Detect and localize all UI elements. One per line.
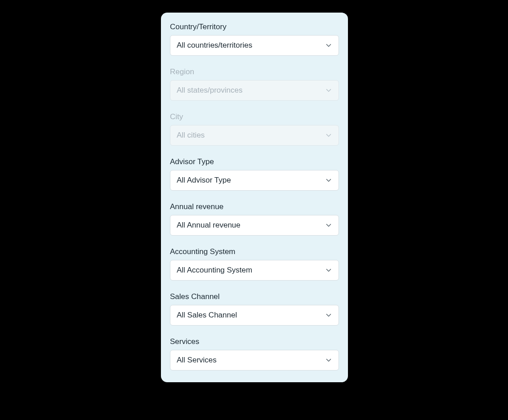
services-select[interactable]: All Services	[170, 350, 339, 371]
advisor-type-select-wrapper: All Advisor Type	[170, 170, 339, 191]
sales-channel-label: Sales Channel	[170, 292, 339, 301]
city-label: City	[170, 112, 339, 121]
filter-panel: Country/Territory All countries/territor…	[161, 13, 348, 382]
field-city: City All cities	[170, 112, 339, 146]
accounting-system-select[interactable]: All Accounting System	[170, 260, 339, 281]
annual-revenue-select[interactable]: All Annual revenue	[170, 215, 339, 236]
region-label: Region	[170, 67, 339, 76]
region-select: All states/provinces	[170, 80, 339, 101]
field-accounting-system: Accounting System All Accounting System	[170, 247, 339, 281]
annual-revenue-select-wrapper: All Annual revenue	[170, 215, 339, 236]
city-select-wrapper: All cities	[170, 125, 339, 146]
sales-channel-select-wrapper: All Sales Channel	[170, 305, 339, 326]
services-label: Services	[170, 337, 339, 346]
region-select-wrapper: All states/provinces	[170, 80, 339, 101]
field-region: Region All states/provinces	[170, 67, 339, 101]
field-advisor-type: Advisor Type All Advisor Type	[170, 157, 339, 191]
country-select-value: All countries/territories	[177, 41, 252, 50]
sales-channel-select[interactable]: All Sales Channel	[170, 305, 339, 326]
annual-revenue-label: Annual revenue	[170, 202, 339, 211]
country-select[interactable]: All countries/territories	[170, 35, 339, 56]
annual-revenue-select-value: All Annual revenue	[177, 221, 241, 230]
city-select: All cities	[170, 125, 339, 146]
accounting-system-select-wrapper: All Accounting System	[170, 260, 339, 281]
sales-channel-select-value: All Sales Channel	[177, 311, 237, 320]
country-label: Country/Territory	[170, 22, 339, 31]
advisor-type-label: Advisor Type	[170, 157, 339, 166]
services-select-wrapper: All Services	[170, 350, 339, 371]
field-services: Services All Services	[170, 337, 339, 371]
accounting-system-label: Accounting System	[170, 247, 339, 256]
services-select-value: All Services	[177, 356, 217, 365]
city-select-value: All cities	[177, 131, 205, 140]
region-select-value: All states/provinces	[177, 86, 242, 95]
field-sales-channel: Sales Channel All Sales Channel	[170, 292, 339, 326]
advisor-type-select-value: All Advisor Type	[177, 176, 231, 185]
accounting-system-select-value: All Accounting System	[177, 266, 252, 275]
country-select-wrapper: All countries/territories	[170, 35, 339, 56]
field-annual-revenue: Annual revenue All Annual revenue	[170, 202, 339, 236]
advisor-type-select[interactable]: All Advisor Type	[170, 170, 339, 191]
field-country: Country/Territory All countries/territor…	[170, 22, 339, 56]
